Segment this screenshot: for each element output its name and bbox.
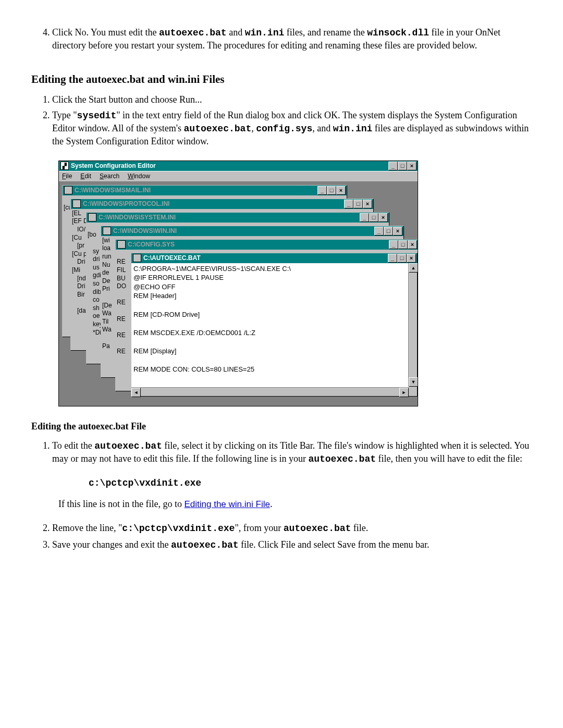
child-title: C:\WINDOWS\SYSTEM.INI	[99, 214, 176, 221]
autoexec-step-1: To edit the autoexec.bat file, select it…	[52, 439, 532, 466]
close-button[interactable]: ×	[378, 213, 388, 222]
autoexec-step-3: Save your changes and exit the autoexec.…	[52, 538, 532, 551]
minimize-button[interactable]: _	[388, 162, 398, 170]
horizontal-scrollbar[interactable]: ◄►	[131, 387, 409, 396]
maximize-button[interactable]: □	[353, 200, 363, 208]
doc-icon	[72, 200, 81, 208]
doc-icon	[64, 186, 72, 194]
active-child-title: C:\AUTOEXEC.BAT	[143, 254, 201, 262]
close-button[interactable]: ×	[363, 200, 372, 208]
child-title: C:\CONFIG.SYS	[128, 241, 175, 248]
scroll-right-icon[interactable]: ►	[399, 388, 409, 397]
child-title: C:\WINDOWS\MSMAIL.INI	[75, 187, 151, 194]
hint-line: If this line is not in the file, go to E…	[58, 498, 532, 511]
close-button[interactable]: ×	[336, 186, 346, 195]
main-title: System Configuration Editor	[71, 162, 156, 169]
active-child-window[interactable]: C:\AUTOEXEC.BAT_□×C:\PROGRA~1\MCAFEE\VIR…	[131, 253, 418, 397]
child-titlebar[interactable]: C:\CONFIG.SYS_□×	[116, 240, 418, 250]
maximize-button[interactable]: □	[398, 162, 407, 170]
maximize-button[interactable]: □	[384, 227, 393, 236]
doc-icon	[103, 227, 111, 235]
doc-icon	[133, 254, 141, 262]
main-titlebar[interactable]: ▞ System Configuration Editor _ □ ×	[59, 161, 418, 171]
menu-edit[interactable]: Edit	[80, 172, 91, 180]
menubar: File Edit Search Window	[59, 171, 418, 182]
minimize-button[interactable]: _	[389, 240, 398, 249]
menu-search[interactable]: Search	[100, 172, 119, 180]
maximize-button[interactable]: □	[398, 240, 408, 249]
autoexec-content[interactable]: C:\PROGRA~1\MCAFEE\VIRUSS~1\SCAN.EXE C:\…	[131, 263, 409, 388]
active-child-titlebar[interactable]: C:\AUTOEXEC.BAT_□×	[131, 253, 417, 263]
code-line: c:\pctcp\vxdinit.exe	[89, 478, 532, 488]
file-winsock: winsock.dll	[367, 28, 429, 38]
child-titlebar[interactable]: C:\WINDOWS\MSMAIL.INI_□×	[63, 186, 347, 195]
scroll-left-icon[interactable]: ◄	[131, 388, 141, 397]
child-title: C:\WINDOWS\PROTOCOL.INI	[83, 200, 169, 207]
heading-editing-files: Editing the autoexec.bat and win.ini Fil…	[31, 73, 532, 86]
edit-step-1: Click the Start button and choose Run...	[52, 93, 532, 106]
mdi-client-area: C:\WINDOWS\MSMAIL.INI_□× [cuC:\WINDOWS\P…	[59, 182, 418, 406]
scroll-up-icon[interactable]: ▲	[409, 263, 418, 273]
close-button[interactable]: ×	[407, 162, 417, 170]
vertical-scrollbar[interactable]: ▲▼	[408, 263, 417, 387]
cmd-sysedit: sysedit	[77, 110, 117, 121]
step4-pre: Click No. You must edit the	[52, 27, 159, 38]
maximize-button[interactable]: □	[369, 213, 378, 222]
minimize-button[interactable]: _	[374, 227, 384, 236]
screenshot-sysedit: ▞ System Configuration Editor _ □ × File…	[58, 161, 418, 406]
minimize-button[interactable]: _	[388, 254, 397, 263]
doc-icon	[88, 213, 96, 221]
minimize-button[interactable]: _	[344, 200, 353, 208]
menu-window[interactable]: Window	[128, 172, 150, 180]
file-autoexec: autoexec.bat	[159, 28, 227, 38]
child-titlebar[interactable]: C:\WINDOWS\SYSTEM.INI_□×	[87, 213, 389, 223]
child-title: C:\WINDOWS\WIN.INI	[113, 227, 177, 235]
scroll-down-icon[interactable]: ▼	[409, 377, 418, 387]
maximize-button[interactable]: □	[327, 186, 336, 195]
minimize-button[interactable]: _	[317, 186, 327, 195]
file-winini: win.ini	[245, 28, 285, 38]
autoexec-step-2: Remove the line, "c:\pctcp\vxdinit.exe",…	[52, 522, 532, 535]
child-titlebar[interactable]: C:\WINDOWS\WIN.INI_□×	[101, 226, 403, 236]
minimize-button[interactable]: _	[360, 213, 369, 222]
edit-step-2: Type "sysedit" in the text entry field o…	[52, 109, 532, 148]
app-icon: ▞	[60, 162, 69, 170]
heading-edit-autoexec: Editing the autoexec.bat File	[31, 421, 532, 432]
step-4: Click No. You must edit the autoexec.bat…	[52, 26, 532, 52]
close-button[interactable]: ×	[407, 254, 416, 263]
maximize-button[interactable]: □	[397, 254, 407, 263]
link-edit-winini[interactable]: Editing the win.ini File	[184, 499, 270, 509]
size-grip[interactable]	[409, 388, 417, 396]
close-button[interactable]: ×	[408, 240, 417, 249]
child-titlebar[interactable]: C:\WINDOWS\PROTOCOL.INI_□×	[71, 199, 373, 209]
close-button[interactable]: ×	[393, 227, 402, 236]
doc-icon	[117, 240, 126, 249]
menu-file[interactable]: File	[62, 172, 72, 180]
